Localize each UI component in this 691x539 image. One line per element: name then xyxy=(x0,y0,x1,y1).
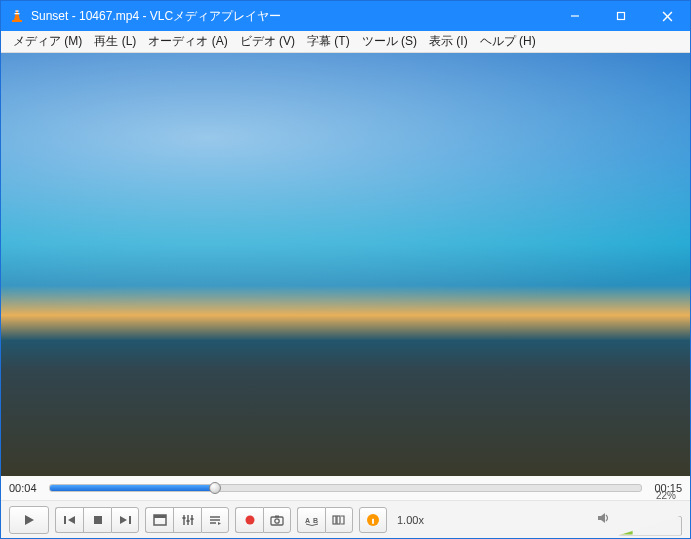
video-surface[interactable] xyxy=(1,53,690,476)
svg-rect-9 xyxy=(64,516,66,524)
svg-text:A: A xyxy=(305,517,310,524)
playback-speed[interactable]: 1.00x xyxy=(393,514,428,526)
extended-settings-button[interactable] xyxy=(173,507,201,533)
svg-rect-36 xyxy=(372,518,374,523)
loop-ab-icon: A B xyxy=(304,514,320,526)
svg-rect-15 xyxy=(154,515,166,518)
seek-slider[interactable] xyxy=(49,484,642,492)
volume-slider[interactable] xyxy=(618,516,682,536)
svg-marker-10 xyxy=(68,516,75,524)
camera-icon xyxy=(270,514,284,526)
video-frame xyxy=(1,53,690,476)
seek-thumb[interactable] xyxy=(209,482,221,494)
menu-video[interactable]: ビデオ (V) xyxy=(234,31,301,52)
menu-tools[interactable]: ツール (S) xyxy=(356,31,423,52)
info-button[interactable] xyxy=(359,507,387,533)
prev-icon xyxy=(63,514,77,526)
view-group xyxy=(145,507,229,533)
svg-rect-21 xyxy=(190,518,193,520)
svg-rect-1 xyxy=(15,13,20,14)
svg-rect-3 xyxy=(12,20,22,22)
volume-percent: 22% xyxy=(656,490,676,501)
seek-row: 00:04 00:15 xyxy=(1,476,690,500)
vlc-cone-icon xyxy=(9,8,25,24)
play-button[interactable] xyxy=(9,506,49,534)
close-button[interactable] xyxy=(644,1,690,31)
controls-row: A B 1.00x xyxy=(1,500,690,538)
minimize-button[interactable] xyxy=(552,1,598,31)
record-button[interactable] xyxy=(235,507,263,533)
capture-group xyxy=(235,507,291,533)
volume-slider-wrap: 22% xyxy=(618,504,682,536)
svg-rect-11 xyxy=(94,516,102,524)
playback-group xyxy=(55,507,139,533)
elapsed-time[interactable]: 00:04 xyxy=(9,482,43,494)
svg-text:B: B xyxy=(313,517,318,524)
svg-marker-25 xyxy=(218,522,221,525)
menu-subtitle[interactable]: 字幕 (T) xyxy=(301,31,356,52)
fullscreen-button[interactable] xyxy=(145,507,173,533)
window-title: Sunset - 10467.mp4 - VLCメディアプレイヤー xyxy=(31,8,552,25)
svg-rect-28 xyxy=(275,515,279,517)
svg-marker-12 xyxy=(120,516,127,524)
volume-icon[interactable] xyxy=(596,511,610,528)
menu-media[interactable]: メディア (M) xyxy=(7,31,88,52)
playlist-button[interactable] xyxy=(201,507,229,533)
svg-rect-13 xyxy=(129,516,131,524)
loop-ab-button[interactable]: A B xyxy=(297,507,325,533)
svg-rect-2 xyxy=(15,11,18,12)
frame-step-icon xyxy=(332,514,346,526)
playlist-icon xyxy=(208,514,222,526)
loop-group: A B xyxy=(297,507,353,533)
menu-audio[interactable]: オーディオ (A) xyxy=(142,31,233,52)
svg-point-26 xyxy=(245,515,254,524)
svg-rect-5 xyxy=(618,13,625,20)
svg-point-35 xyxy=(372,516,374,518)
next-icon xyxy=(118,514,132,526)
info-icon xyxy=(366,513,380,527)
menu-help[interactable]: ヘルプ (H) xyxy=(474,31,542,52)
stop-icon xyxy=(92,514,104,526)
svg-point-29 xyxy=(275,518,279,522)
snapshot-button[interactable] xyxy=(263,507,291,533)
fullscreen-icon xyxy=(153,514,167,526)
svg-marker-8 xyxy=(25,515,34,525)
svg-rect-33 xyxy=(337,516,340,524)
seek-progress xyxy=(50,485,215,491)
menu-view[interactable]: 表示 (I) xyxy=(423,31,474,52)
maximize-button[interactable] xyxy=(598,1,644,31)
volume-fill xyxy=(619,517,633,535)
menu-playback[interactable]: 再生 (L) xyxy=(88,31,142,52)
svg-rect-20 xyxy=(186,520,189,522)
next-button[interactable] xyxy=(111,507,139,533)
vlc-window: Sunset - 10467.mp4 - VLCメディアプレイヤー メディア (… xyxy=(0,0,691,539)
svg-marker-37 xyxy=(598,513,605,523)
previous-button[interactable] xyxy=(55,507,83,533)
record-icon xyxy=(244,514,256,526)
stop-button[interactable] xyxy=(83,507,111,533)
play-icon xyxy=(22,513,36,527)
svg-rect-32 xyxy=(333,516,336,524)
frame-step-button[interactable] xyxy=(325,507,353,533)
title-bar[interactable]: Sunset - 10467.mp4 - VLCメディアプレイヤー xyxy=(1,1,690,31)
svg-rect-19 xyxy=(182,517,185,519)
menu-bar: メディア (M) 再生 (L) オーディオ (A) ビデオ (V) 字幕 (T)… xyxy=(1,31,690,53)
equalizer-icon xyxy=(181,514,195,526)
